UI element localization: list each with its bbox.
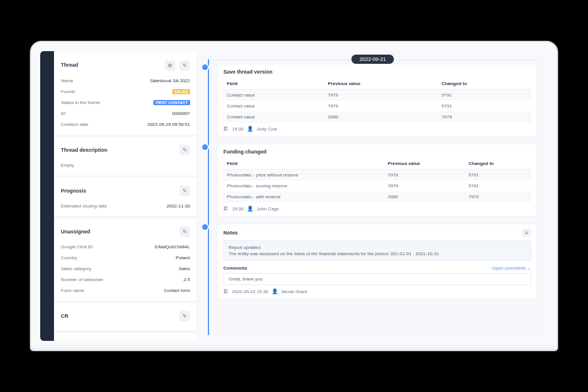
prognosis-value: 2022-11-30 <box>167 203 190 209</box>
description-empty: Empty <box>61 163 74 168</box>
details-sidebar: Thread ⚙ ✎ NameSalesbook SA 2022FunnelSA… <box>54 51 198 341</box>
field-row: Creation date2022-09-29 09:56:51 <box>61 119 190 130</box>
calendar-icon: 🗓 <box>223 289 229 294</box>
pencil-icon[interactable]: ✎ <box>180 145 190 155</box>
note-line: The entity was assessed on the basis of … <box>229 251 526 257</box>
field-label: Sales category <box>61 266 91 271</box>
event-time: 15:30 <box>232 206 243 212</box>
cr-title: CR <box>61 313 68 319</box>
calendar-icon: 🗓 <box>223 126 229 132</box>
field-value: 2-5 <box>183 277 190 282</box>
table-cell: Photovoltaic - with reserve <box>223 191 384 202</box>
event-save-thread: Save thread version FieldPrevious valueC… <box>217 64 537 137</box>
field-row: CountryPoland <box>61 252 190 263</box>
table-row: Contact value79795791 <box>223 90 531 101</box>
field-value: Poland <box>176 255 190 260</box>
table-cell: Photovoltaic - price without reserve <box>223 170 384 181</box>
column-header: Previous value <box>384 158 465 170</box>
menu-icon[interactable]: ≡ <box>522 229 531 237</box>
table-cell: Photovoltaic - scoring reserve <box>223 180 384 191</box>
table-cell: 5791 <box>465 180 531 191</box>
table-cell: 5791 <box>465 170 531 181</box>
table-cell: 7979 <box>384 180 465 191</box>
table-cell: 7979 <box>438 112 531 122</box>
thread-card: Thread ⚙ ✎ NameSalesbook SA 2022FunnelSA… <box>54 51 197 137</box>
table-cell: 5791 <box>438 90 531 101</box>
changes-table: FieldPrevious valueChanged toPhotovoltai… <box>223 158 531 202</box>
description-title: Thread description <box>61 147 107 153</box>
table-row: Photovoltaic - price without reserve7979… <box>223 170 531 181</box>
unassigned-title: Unassigned <box>61 229 90 235</box>
field-row: Form nameContact form <box>61 285 190 296</box>
laptop-frame: Thread ⚙ ✎ NameSalesbook SA 2022FunnelSA… <box>30 41 558 351</box>
prognosis-title: Prognosis <box>61 188 86 194</box>
table-cell: 7979 <box>465 191 531 202</box>
column-header: Previous value <box>324 78 438 90</box>
table-cell: 5791 <box>438 101 531 112</box>
column-header: Field <box>223 78 324 90</box>
column-header: Changed to <box>465 158 531 170</box>
table-row: Photovoltaic - scoring reserve79795791 <box>223 180 531 191</box>
timeline-date-pill: 2022-09-21 <box>351 55 394 64</box>
field-value: Salesbook SA 2022 <box>150 78 190 83</box>
field-value: EAlalQobChMi4L <box>155 244 190 249</box>
field-row: Number of salesman2-5 <box>61 274 190 285</box>
table-row: Photovoltaic - with reserve29807979 <box>223 191 531 202</box>
table-cell: 2980 <box>324 112 438 122</box>
event-notes: Notes ≡ Report updated. The entity was a… <box>217 224 537 299</box>
field-row: Status in the funnelFIRST CONTACT <box>61 97 190 108</box>
field-value: Sales <box>179 266 190 271</box>
table-row: Contact value29807979 <box>223 112 531 122</box>
table-cell: 2980 <box>384 191 465 202</box>
field-row: Google Click IDEAlalQobChMi4L <box>61 241 190 252</box>
table-row: Contact value79795791 <box>223 101 531 112</box>
status-badge: SALES <box>172 89 190 94</box>
table-cell: Contact value <box>223 90 324 101</box>
field-label: Country <box>61 255 77 260</box>
field-label: Creation date <box>61 122 88 127</box>
note-body: Report updated. The entity was assessed … <box>223 240 531 261</box>
field-row: Sales categorySales <box>61 263 190 274</box>
event-user: Nicole Grant <box>281 289 307 294</box>
field-value: Contact form <box>164 288 190 293</box>
field-value: 0006897 <box>172 111 190 116</box>
prognosis-label: Estimated closing date <box>61 203 107 209</box>
event-title: Funding changed <box>223 149 531 155</box>
field-label: Number of salesman <box>61 277 103 282</box>
timeline-panel: 2022-09-21 Save thread version FieldPrev… <box>198 51 548 341</box>
field-label: Funnel <box>61 89 75 94</box>
event-title: Notes <box>223 230 238 236</box>
event-funding-changed: Funding changed FieldPrevious valueChang… <box>217 144 537 217</box>
field-label: ID <box>61 111 65 116</box>
changes-table: FieldPrevious valueChanged toContact val… <box>223 78 531 122</box>
field-label: Name <box>61 78 73 83</box>
event-time: 15:30 <box>232 126 243 132</box>
calendar-icon: 🗓 <box>223 206 229 212</box>
column-header: Changed to <box>438 78 531 90</box>
timeline-line <box>208 59 209 335</box>
event-user: Judy Cole <box>257 126 277 132</box>
table-cell: 7979 <box>384 170 465 181</box>
pencil-icon[interactable]: ✎ <box>180 186 190 196</box>
note-line: Report updated. <box>229 244 526 251</box>
unassigned-card: Unassigned ✎ Google Click IDEAlalQobChMi… <box>54 218 197 303</box>
app-screen: Thread ⚙ ✎ NameSalesbook SA 2022FunnelSA… <box>40 51 548 341</box>
gear-icon[interactable]: ⚙ <box>165 60 175 71</box>
user-icon: 👤 <box>247 206 253 212</box>
cr-card: CR ✎ <box>54 303 197 333</box>
pencil-icon[interactable]: ✎ <box>180 311 190 321</box>
table-cell: Contact value <box>223 112 324 122</box>
thread-description-card: Thread description ✎ Empty <box>54 137 197 178</box>
user-icon: 👤 <box>247 126 253 132</box>
open-comments-link[interactable]: Open comments ⌄ <box>492 266 531 271</box>
event-time: 2022-05-22 15:30 <box>232 289 268 294</box>
status-badge: FIRST CONTACT <box>153 100 190 105</box>
nav-rail <box>40 51 54 341</box>
prognosis-card: Prognosis ✎ Estimated closing date 2022-… <box>54 178 197 218</box>
pencil-icon[interactable]: ✎ <box>180 60 190 71</box>
comments-title: Comments <box>223 266 247 271</box>
field-label: Form name <box>61 288 84 293</box>
pencil-icon[interactable]: ✎ <box>180 226 190 237</box>
field-label: Status in the funnel <box>61 100 100 105</box>
comment-input[interactable] <box>223 273 531 285</box>
